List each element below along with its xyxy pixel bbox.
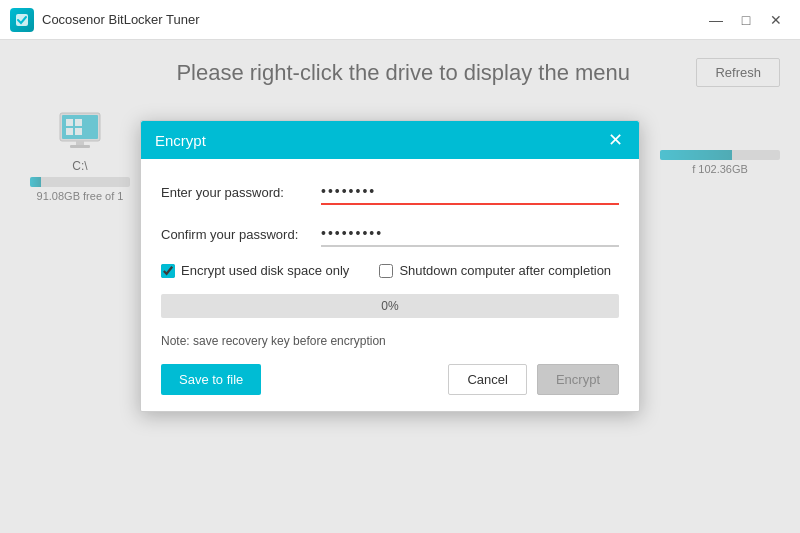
- password-label: Enter your password:: [161, 185, 321, 200]
- note-text: Note: save recovery key before encryptio…: [161, 334, 619, 348]
- options-row: Encrypt used disk space only Shutdown co…: [161, 263, 619, 278]
- window-controls: — □ ✕: [702, 6, 790, 34]
- confirm-password-input[interactable]: [321, 221, 619, 247]
- progress-text: 0%: [381, 299, 398, 313]
- app-title: Cocosenor BitLocker Tuner: [42, 12, 702, 27]
- maximize-button[interactable]: □: [732, 6, 760, 34]
- close-button[interactable]: ✕: [762, 6, 790, 34]
- shutdown-label: Shutdown computer after completion: [399, 263, 611, 278]
- confirm-password-label: Confirm your password:: [161, 227, 321, 242]
- modal-header: Encrypt ✕: [141, 121, 639, 159]
- app-icon: [10, 8, 34, 32]
- action-row: Save to file Cancel Encrypt: [161, 364, 619, 395]
- encrypt-disk-label: Encrypt used disk space only: [181, 263, 349, 278]
- modal-close-button[interactable]: ✕: [606, 131, 625, 149]
- encrypt-disk-checkbox-label[interactable]: Encrypt used disk space only: [161, 263, 349, 278]
- cancel-button[interactable]: Cancel: [448, 364, 526, 395]
- password-row: Enter your password:: [161, 179, 619, 205]
- minimize-button[interactable]: —: [702, 6, 730, 34]
- encrypt-modal: Encrypt ✕ Enter your password: Confirm y…: [140, 120, 640, 412]
- encrypt-disk-checkbox[interactable]: [161, 264, 175, 278]
- encrypt-button[interactable]: Encrypt: [537, 364, 619, 395]
- progress-bar: 0%: [161, 294, 619, 318]
- confirm-password-row: Confirm your password:: [161, 221, 619, 247]
- shutdown-checkbox-label[interactable]: Shutdown computer after completion: [379, 263, 611, 278]
- shutdown-checkbox[interactable]: [379, 264, 393, 278]
- modal-title: Encrypt: [155, 132, 206, 149]
- save-to-file-button[interactable]: Save to file: [161, 364, 261, 395]
- password-input[interactable]: [321, 179, 619, 205]
- modal-body: Enter your password: Confirm your passwo…: [141, 159, 639, 411]
- title-bar: Cocosenor BitLocker Tuner — □ ✕: [0, 0, 800, 40]
- main-area: Please right-click the drive to display …: [0, 40, 800, 533]
